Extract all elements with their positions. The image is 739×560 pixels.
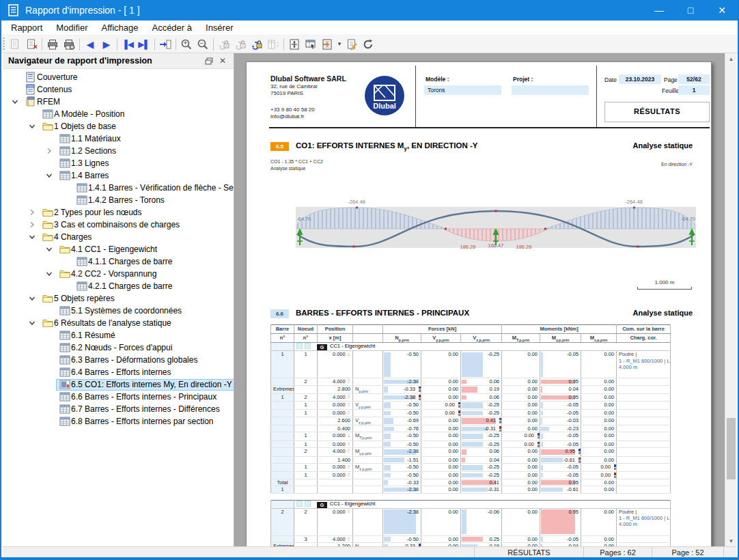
menu-rapport[interactable]: Rapport: [4, 21, 49, 34]
tree-item[interactable]: 1 Objets de base: [3, 120, 234, 132]
goto-page-icon[interactable]: [157, 37, 173, 52]
page-label: Page: [664, 76, 678, 84]
chevron-right-icon[interactable]: [25, 221, 39, 229]
prev-page-icon[interactable]: ◀: [82, 37, 98, 52]
tree-item[interactable]: 5.1 Systèmes de coordonnées: [3, 305, 234, 317]
chevron-down-icon[interactable]: [25, 122, 39, 130]
tree-item-label: 1.2 Sections: [71, 146, 116, 156]
tree-item[interactable]: 4.2.1 Charges de barre: [3, 280, 234, 292]
maximize-button[interactable]: □: [675, 0, 706, 20]
minimize-button[interactable]: —: [643, 0, 675, 20]
chevron-down-icon[interactable]: [42, 245, 56, 253]
tree-item-label: 4 Charges: [54, 232, 92, 242]
tree-item[interactable]: 1.4 Barres: [3, 169, 234, 182]
tree-item[interactable]: Contenus: [3, 83, 234, 96]
header-divider-2: [596, 66, 597, 127]
float-panel-icon[interactable]: [202, 55, 216, 67]
scale-line: [637, 287, 692, 290]
chevron-down-icon[interactable]: [25, 319, 39, 327]
refresh-icon[interactable]: [360, 37, 376, 52]
table-icon: [59, 169, 71, 182]
menu-acc-der-[interactable]: Accéder à: [145, 21, 199, 34]
chevron-down-icon[interactable]: [8, 98, 22, 106]
table-icon: [59, 415, 71, 428]
tree-item[interactable]: A Modèle - Position: [3, 108, 234, 120]
tree-item[interactable]: 1.1 Matériaux: [3, 132, 234, 145]
chevron-down-icon[interactable]: [25, 233, 39, 241]
tree-item[interactable]: 6.8 Barres - Efforts internes par sectio…: [3, 415, 234, 428]
print-preview-icon: [7, 37, 23, 52]
chevron-down-icon[interactable]: [25, 294, 39, 303]
tree-item[interactable]: 6.4 Barres - Efforts internes: [3, 366, 234, 378]
company-phone: +33 9 80 40 58 20: [270, 107, 346, 113]
tree-item-label: Couverture: [37, 72, 77, 82]
mid-label-left: 186.26: [460, 244, 476, 250]
tree-item[interactable]: 6.6 Barres - Efforts internes - Principa…: [3, 391, 234, 403]
results-tables: BarreNoeudPositionForces [kN]Moments [kN…: [270, 324, 671, 546]
tree-item[interactable]: 6.1 Résumé: [3, 329, 234, 341]
export-icon[interactable]: [319, 37, 335, 52]
print-icon[interactable]: [44, 37, 61, 52]
resize-grip[interactable]: [724, 547, 736, 557]
table-row: 10.000 ⊤-0.500.00-0.250.00-0.050.00: [271, 410, 671, 417]
edit-report-icon[interactable]: [344, 37, 360, 52]
report-viewer: Dlubal Software SARL 32, rue de Cambrai …: [234, 53, 736, 546]
tree-item[interactable]: 1.4.1 Barres - Vérification de flèche - …: [3, 182, 234, 194]
menu-affichage[interactable]: Affichage: [95, 21, 145, 34]
chevron-right-icon[interactable]: [42, 147, 56, 155]
print-settings-icon[interactable]: [61, 37, 77, 52]
tree-item[interactable]: 4.1.1 Charges de barre: [3, 255, 234, 268]
scale-label: 1.000 m: [637, 279, 692, 286]
tree-item[interactable]: 3 Cas et combinaisons de charges: [3, 219, 234, 231]
tree-item[interactable]: 6.5 CO1: Efforts internes My, En directi…: [3, 378, 234, 391]
scroll-up-icon[interactable]: ▲: [725, 53, 736, 64]
scroll-down-icon[interactable]: ▼: [725, 535, 736, 546]
tree-item[interactable]: RFEM: [3, 96, 234, 108]
folder-icon: [42, 317, 54, 329]
folder-icon: [59, 268, 71, 280]
remove-pages-icon[interactable]: ×: [23, 37, 40, 52]
table-icon: [59, 403, 71, 415]
section-65-badge[interactable]: 6.5: [270, 142, 289, 151]
zoom-in-icon[interactable]: +: [178, 37, 195, 52]
tree-item[interactable]: 6.7 Barres - Efforts internes - Différen…: [3, 403, 234, 415]
next-page-icon[interactable]: ▶: [98, 37, 115, 52]
chevron-down-icon[interactable]: [42, 171, 56, 180]
tree-item[interactable]: 1.3 Lignes: [3, 157, 234, 169]
end-label-right: -64.70: [681, 216, 695, 222]
tree-item[interactable]: 1.2 Sections: [3, 145, 234, 157]
vertical-scrollbar[interactable]: ▲ ▼: [725, 53, 736, 546]
page-setup-icon[interactable]: [286, 37, 303, 52]
status-empty-segment: [3, 547, 475, 557]
tree-item[interactable]: 2 Types pour les nœuds: [3, 206, 234, 219]
tree-item[interactable]: 6.3 Barres - Déformations globales: [3, 354, 234, 366]
section-66-badge[interactable]: 6.6: [270, 309, 289, 318]
menu-modifier[interactable]: Modifier: [49, 21, 94, 34]
tree-item[interactable]: 1.4.2 Barres - Torons: [3, 194, 234, 206]
first-page-icon[interactable]: ▐◀: [120, 37, 136, 52]
export-caret-icon[interactable]: ▾: [335, 37, 344, 52]
tree-item[interactable]: 6.2 Nœuds - Forces d'appui: [3, 341, 234, 354]
tree-item[interactable]: 4 Charges: [3, 231, 234, 243]
lock-refresh-icon[interactable]: [249, 37, 265, 52]
scrollbar-thumb[interactable]: [727, 418, 736, 479]
close-panel-icon[interactable]: ✕: [216, 55, 229, 67]
results-stamp: RÉSULTATS: [604, 102, 710, 122]
table-row: 124.000 ⊤-2.380.000.060.000.950.00: [271, 394, 671, 402]
tree-item[interactable]: 6 Résultats de l'analyse statique: [3, 317, 234, 329]
tree-item[interactable]: 4.1 CC1 - Eigengewicht: [3, 243, 234, 255]
table-selection-icon[interactable]: [303, 37, 319, 52]
table-icon: [76, 194, 88, 206]
last-page-icon[interactable]: ▶▌: [136, 37, 152, 52]
tree-item[interactable]: Couverture: [3, 71, 234, 83]
zoom-out-icon[interactable]: −: [195, 37, 211, 52]
table-icon: [76, 280, 88, 292]
menu-ins-rer[interactable]: Insérer: [199, 21, 240, 34]
tree-item-label: Contenus: [37, 85, 72, 94]
close-button[interactable]: ✕: [706, 0, 738, 20]
tree-item[interactable]: 5 Objets repères: [3, 292, 234, 305]
tree-item[interactable]: 4.2 CC2 - Vorspannung: [3, 268, 234, 280]
chevron-right-icon[interactable]: [25, 208, 39, 216]
chevron-down-icon[interactable]: [42, 270, 56, 278]
table-row: 10.000 ⊥MT,p,prin-0.500.00-0.250.00-0.05…: [271, 432, 671, 440]
